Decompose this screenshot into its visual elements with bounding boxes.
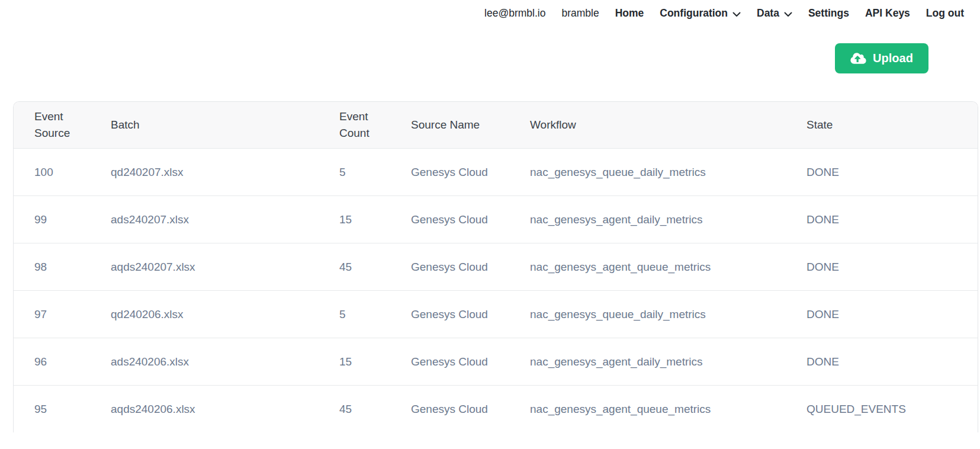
cell-event-source: 97	[14, 291, 104, 338]
column-header-batch: Batch	[104, 102, 332, 149]
cell-event-count: 5	[332, 149, 404, 196]
nav-item-settings[interactable]: Settings	[808, 6, 849, 20]
cell-event-source: 98	[14, 243, 104, 291]
cell-batch: ads240206.xlsx	[104, 338, 332, 386]
toolbar: Upload	[0, 21, 980, 73]
nav-item-label: Settings	[808, 6, 849, 20]
nav-item-label: Data	[757, 6, 779, 20]
cell-workflow: nac_genesys_agent_queue_metrics	[523, 243, 799, 291]
cell-event-count: 45	[332, 243, 404, 291]
column-header-source-name: Source Name	[404, 102, 523, 149]
cell-workflow: nac_genesys_queue_daily_metrics	[523, 291, 799, 338]
nav-item-log-out[interactable]: Log out	[926, 6, 964, 20]
cell-event-count: 15	[332, 196, 404, 243]
table-header-row: Event Source Batch Event Count Source Na…	[14, 102, 978, 149]
cell-state: DONE	[799, 243, 978, 291]
cell-state: QUEUED_EVENTS	[799, 386, 978, 433]
chevron-down-icon	[732, 7, 741, 21]
cell-state: DONE	[799, 149, 978, 196]
nav-item-configuration[interactable]: Configuration	[660, 5, 741, 21]
table-row[interactable]: 97 qd240206.xlsx 5 Genesys Cloud nac_gen…	[14, 291, 978, 338]
cell-batch: qd240207.xlsx	[104, 149, 332, 196]
nav-item-label: Configuration	[660, 6, 728, 20]
cell-event-source: 99	[14, 196, 104, 243]
nav-item-label: Log out	[926, 6, 964, 20]
batches-table: Event Source Batch Event Count Source Na…	[13, 101, 978, 432]
table-row[interactable]: 95 aqds240206.xlsx 45 Genesys Cloud nac_…	[14, 386, 978, 433]
cell-state: DONE	[799, 196, 978, 243]
cell-source-name: Genesys Cloud	[404, 196, 523, 243]
cell-workflow: nac_genesys_agent_queue_metrics	[523, 386, 799, 433]
table-row[interactable]: 98 aqds240207.xlsx 45 Genesys Cloud nac_…	[14, 243, 978, 291]
upload-button[interactable]: Upload	[835, 43, 928, 73]
cell-batch: aqds240206.xlsx	[104, 386, 332, 433]
chevron-down-icon	[784, 7, 792, 21]
cell-state: DONE	[799, 291, 978, 338]
user-email: lee@brmbl.io	[484, 6, 545, 20]
column-header-workflow: Workflow	[523, 102, 799, 149]
nav-item-label: Home	[615, 6, 644, 20]
cell-source-name: Genesys Cloud	[404, 338, 523, 386]
cloud-upload-icon	[850, 52, 866, 65]
cell-source-name: Genesys Cloud	[404, 386, 523, 433]
cell-event-source: 95	[14, 386, 104, 433]
cell-workflow: nac_genesys_agent_daily_metrics	[523, 196, 799, 243]
column-header-event-count: Event Count	[332, 102, 404, 149]
nav-item-label: API Keys	[865, 6, 910, 20]
cell-workflow: nac_genesys_agent_daily_metrics	[523, 338, 799, 386]
cell-state: DONE	[799, 338, 978, 386]
nav-item-api-keys[interactable]: API Keys	[865, 6, 910, 20]
nav-item-data[interactable]: Data	[757, 5, 792, 21]
table-row[interactable]: 100 qd240207.xlsx 5 Genesys Cloud nac_ge…	[14, 149, 978, 196]
cell-event-count: 15	[332, 338, 404, 386]
cell-batch: aqds240207.xlsx	[104, 243, 332, 291]
cell-batch: qd240206.xlsx	[104, 291, 332, 338]
cell-batch: ads240207.xlsx	[104, 196, 332, 243]
nav-item-home[interactable]: Home	[615, 6, 644, 20]
upload-button-label: Upload	[873, 52, 913, 65]
cell-source-name: Genesys Cloud	[404, 149, 523, 196]
column-header-event-source: Event Source	[14, 102, 104, 149]
org-name: bramble	[561, 6, 599, 20]
table-row[interactable]: 96 ads240206.xlsx 15 Genesys Cloud nac_g…	[14, 338, 978, 386]
table-row[interactable]: 99 ads240207.xlsx 15 Genesys Cloud nac_g…	[14, 196, 978, 243]
column-header-state: State	[799, 102, 978, 149]
cell-source-name: Genesys Cloud	[404, 243, 523, 291]
cell-event-count: 45	[332, 386, 404, 433]
cell-event-source: 96	[14, 338, 104, 386]
cell-source-name: Genesys Cloud	[404, 291, 523, 338]
cell-event-count: 5	[332, 291, 404, 338]
top-navbar: lee@brmbl.io bramble Home Configuration …	[0, 0, 980, 21]
cell-workflow: nac_genesys_queue_daily_metrics	[523, 149, 799, 196]
cell-event-source: 100	[14, 149, 104, 196]
